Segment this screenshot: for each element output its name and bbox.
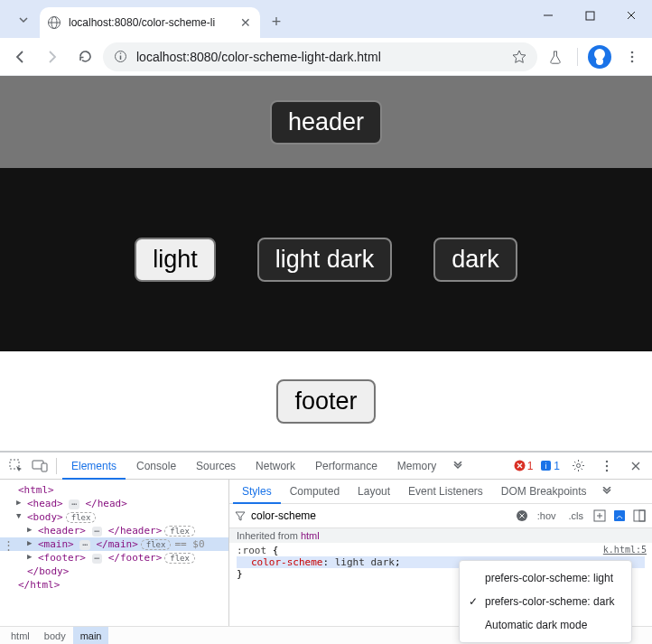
tab-performance[interactable]: Performance — [306, 453, 387, 480]
tab-event-listeners[interactable]: Event Listeners — [399, 480, 492, 504]
footer-box: footer — [276, 379, 375, 424]
page-header: header — [0, 76, 652, 168]
hov-toggle[interactable]: :hov — [534, 510, 560, 521]
labs-button[interactable] — [541, 42, 570, 71]
tab-title: localhost:8080/color-scheme-li — [69, 16, 231, 29]
more-tabs-icon[interactable] — [447, 455, 469, 477]
tab-layout[interactable]: Layout — [349, 480, 399, 504]
star-icon[interactable] — [512, 50, 526, 64]
divider — [56, 458, 57, 474]
filter-input[interactable] — [251, 509, 510, 522]
cls-toggle[interactable]: .cls — [565, 510, 588, 521]
check-icon: ✓ — [469, 595, 478, 608]
button-light-dark[interactable]: light dark — [257, 238, 393, 282]
styles-filter-bar: :hov .cls — [229, 504, 652, 528]
more-tabs-icon[interactable] — [596, 481, 618, 502]
clear-filter-icon[interactable] — [516, 509, 528, 522]
error-badge[interactable]: 1 — [514, 460, 534, 472]
site-info-icon[interactable] — [114, 50, 127, 63]
source-link[interactable]: k.html:5 — [603, 545, 647, 555]
page-footer: footer — [0, 351, 652, 451]
page-main: light light dark dark — [0, 168, 652, 351]
svg-point-9 — [631, 55, 634, 58]
emulation-menu: prefers-color-scheme: light ✓prefers-col… — [459, 560, 632, 643]
breadcrumb-item[interactable]: main — [73, 627, 109, 645]
tab-console[interactable]: Console — [127, 453, 185, 480]
svg-point-19 — [606, 464, 608, 466]
svg-rect-23 — [614, 510, 625, 521]
back-button[interactable] — [5, 42, 34, 71]
tab-search-button[interactable] — [11, 7, 36, 33]
window-controls — [527, 0, 652, 31]
emulation-option[interactable]: Automatic dark mode — [460, 613, 631, 637]
globe-icon — [47, 15, 61, 30]
styles-tab-bar: Styles Computed Layout Event Listeners D… — [229, 480, 652, 504]
new-tab-button[interactable]: + — [264, 9, 289, 34]
devtools-panel: Elements Console Sources Network Perform… — [0, 451, 652, 644]
chevron-down-icon — [18, 14, 29, 25]
svg-rect-13 — [42, 463, 47, 471]
divider — [577, 48, 578, 66]
filter-icon — [235, 510, 246, 521]
emulation-option-selected[interactable]: ✓prefers-color-scheme: dark — [460, 590, 631, 613]
tab-elements[interactable]: Elements — [62, 453, 126, 480]
svg-point-10 — [631, 60, 634, 62]
svg-rect-4 — [586, 12, 594, 20]
browser-toolbar: localhost:8080/color-scheme-light-dark.h… — [0, 38, 652, 76]
info-badge[interactable]: i1 — [540, 460, 560, 472]
tab-sources[interactable]: Sources — [187, 453, 245, 480]
svg-point-18 — [606, 460, 608, 462]
svg-point-20 — [606, 469, 608, 471]
header-box: header — [270, 100, 382, 145]
avatar-icon — [588, 45, 611, 69]
svg-point-17 — [576, 464, 580, 468]
breadcrumb-item[interactable]: body — [37, 627, 73, 645]
svg-text:i: i — [545, 462, 547, 471]
close-devtools-icon[interactable] — [625, 455, 647, 477]
tab-memory[interactable]: Memory — [388, 453, 445, 480]
dom-node: <html> — [0, 483, 228, 497]
inspect-icon[interactable] — [5, 455, 27, 477]
menu-button[interactable] — [618, 42, 647, 71]
dom-node: </html> — [0, 578, 228, 592]
computed-toggle-icon[interactable] — [632, 509, 647, 523]
button-dark[interactable]: dark — [433, 238, 517, 282]
minimize-button[interactable] — [527, 0, 569, 31]
page-viewport: header light light dark dark footer — [0, 76, 652, 451]
maximize-button[interactable] — [569, 0, 610, 31]
tab-network[interactable]: Network — [247, 453, 304, 480]
new-rule-icon[interactable] — [592, 509, 607, 523]
dom-node-selected: ⋮▶<main> ⋯ </main>flex== $0 — [0, 537, 228, 551]
svg-rect-25 — [639, 510, 645, 521]
dom-node: </body> — [0, 565, 228, 578]
styles-pane: Styles Computed Layout Event Listeners D… — [229, 480, 652, 626]
svg-point-7 — [120, 52, 122, 54]
device-icon[interactable] — [29, 455, 51, 477]
gear-icon[interactable] — [567, 455, 589, 477]
dom-node: ▼<body>flex — [0, 510, 228, 524]
kebab-icon[interactable] — [596, 455, 618, 477]
emulation-icon[interactable] — [612, 509, 627, 523]
dom-node: ▶<header> ⋯ </header>flex — [0, 524, 228, 537]
close-icon[interactable]: ✕ — [238, 15, 253, 30]
tab-styles[interactable]: Styles — [233, 480, 281, 504]
browser-titlebar: localhost:8080/color-scheme-li ✕ + — [0, 0, 652, 38]
forward-button[interactable] — [38, 42, 67, 71]
dom-tree[interactable]: <html> ▶<head> ⋯ </head> ▼<body>flex ▶<h… — [0, 480, 229, 626]
profile-button[interactable] — [585, 42, 614, 71]
tab-computed[interactable]: Computed — [281, 480, 349, 504]
url-text: localhost:8080/color-scheme-light-dark.h… — [136, 50, 503, 64]
devtools-body: <html> ▶<head> ⋯ </head> ▼<body>flex ▶<h… — [0, 480, 652, 626]
reload-button[interactable] — [70, 42, 99, 71]
dom-node: ▶<footer> ⋯ </footer>flex — [0, 551, 228, 565]
svg-point-8 — [631, 51, 634, 53]
devtools-tab-bar: Elements Console Sources Network Perform… — [0, 453, 652, 480]
emulation-option[interactable]: prefers-color-scheme: light — [460, 566, 631, 590]
browser-tab[interactable]: localhost:8080/color-scheme-li ✕ — [40, 7, 260, 38]
button-light[interactable]: light — [135, 238, 216, 282]
tab-dom-breakpoints[interactable]: DOM Breakpoints — [492, 480, 596, 504]
dom-node: ▶<head> ⋯ </head> — [0, 497, 228, 510]
close-window-button[interactable] — [610, 0, 652, 31]
address-bar[interactable]: localhost:8080/color-scheme-light-dark.h… — [103, 42, 537, 71]
breadcrumb-item[interactable]: html — [4, 627, 37, 645]
